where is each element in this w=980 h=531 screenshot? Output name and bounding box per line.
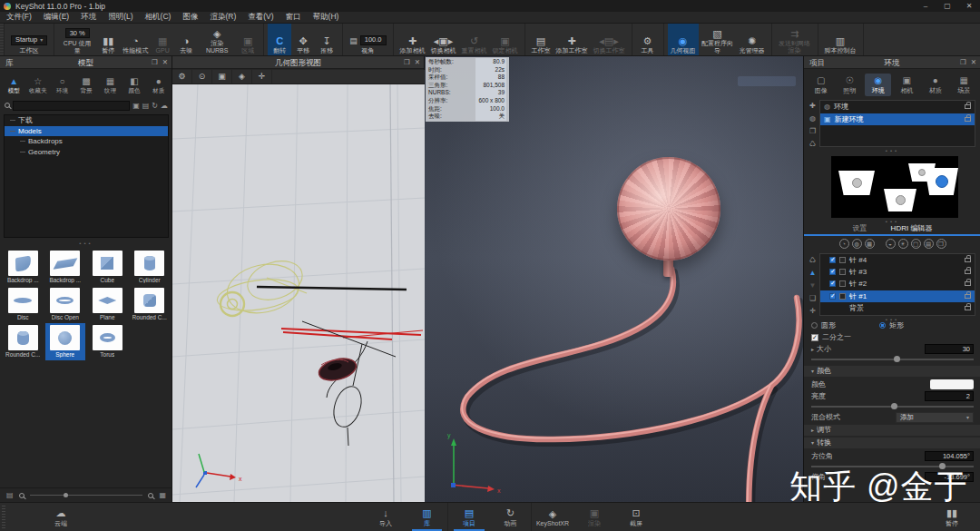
menu-item[interactable]: 文件(F) xyxy=(6,12,32,23)
camera-button[interactable]: ◂▣▸切换相机 xyxy=(428,24,459,55)
size-input[interactable] xyxy=(925,344,974,354)
ribbon-button[interactable]: ↻ 动画 xyxy=(490,503,532,531)
camera-button[interactable]: ✚添加相机 xyxy=(397,24,428,55)
toolbar-button[interactable]: ◈渲染NURBS xyxy=(198,24,236,55)
toolbar-button[interactable]: ▦GPU xyxy=(151,24,174,55)
tree-item[interactable]: Backdrops xyxy=(5,136,168,147)
ribbon-button[interactable]: ◈ KeyShotXR xyxy=(532,503,573,531)
project-tab[interactable]: ▢图像 xyxy=(808,74,834,96)
tree-item[interactable]: Geometry xyxy=(5,147,168,158)
tree-item[interactable]: 下载 xyxy=(5,115,168,126)
camera-nav-button[interactable]: C翻转 xyxy=(268,24,291,55)
toolbar-button[interactable]: ◔性能模式 xyxy=(120,24,151,55)
charger-disc[interactable] xyxy=(617,157,720,261)
ribbon-button[interactable]: ↓ 导入 xyxy=(365,503,407,531)
editor-tab[interactable]: 设置 xyxy=(853,223,867,234)
pin-solo-checkbox[interactable] xyxy=(839,257,846,263)
model-item[interactable]: Disc Open xyxy=(45,286,85,323)
geometry-tool-icon[interactable]: ✛ xyxy=(252,70,272,84)
geometry-viewport[interactable]: x xyxy=(172,84,425,502)
model-item[interactable]: Plane xyxy=(87,286,127,323)
model-item[interactable]: Rounded C... xyxy=(130,286,170,323)
model-item[interactable]: Cylinder xyxy=(130,249,170,286)
window-toggle-button[interactable]: ✺光管理器 xyxy=(737,24,768,55)
library-tab[interactable]: ☆收藏夹 xyxy=(26,75,49,95)
hdri-editor-tool-icon[interactable]: ☀ xyxy=(898,239,908,249)
hdri-editor-tool-icon[interactable]: ◒ xyxy=(886,239,896,249)
transform-section-header[interactable]: ▾ 转换 xyxy=(804,438,980,448)
library-tool-icon[interactable]: ☁ xyxy=(161,102,168,110)
cpu-usage-selector[interactable]: 30 % CPU 使用量 xyxy=(58,24,96,55)
zoom-out-icon[interactable] xyxy=(19,493,24,498)
color-section-header[interactable]: ▾ 颜色 xyxy=(804,366,980,377)
studio-button[interactable]: ◂▤▸切换工作室 xyxy=(591,24,628,55)
slider-thumb[interactable] xyxy=(64,493,68,497)
folder-icon[interactable]: ▤ xyxy=(6,491,14,499)
model-item[interactable]: Backdrop ... xyxy=(45,249,85,286)
window-toggle-button[interactable]: ▧配置程序向导 xyxy=(699,24,737,55)
grid-view-icon[interactable]: ▦ xyxy=(159,491,166,499)
project-tab[interactable]: ●材质 xyxy=(922,74,948,96)
environment-row[interactable]: ◍ 环境 xyxy=(820,101,975,113)
menu-item[interactable]: 查看(V) xyxy=(248,12,273,23)
geometry-tool-icon[interactable]: ⊙ xyxy=(192,70,212,84)
model-item[interactable]: Backdrop ... xyxy=(3,249,43,286)
shape-circle-radio[interactable] xyxy=(811,322,818,329)
zoom-in-icon[interactable] xyxy=(148,493,153,498)
environment-tool-icon[interactable]: ♺ xyxy=(809,140,816,148)
toolbar-button[interactable]: ▣区域 xyxy=(236,24,260,55)
ribbon-button[interactable]: ▣ 渲染 xyxy=(573,503,615,531)
model-item[interactable]: Rounded C... xyxy=(3,323,43,360)
ribbon-button[interactable]: ▤ 项目 xyxy=(448,503,490,531)
adjust-section-header[interactable]: ▸ 调节 xyxy=(804,425,980,436)
pin-visible-checkbox[interactable] xyxy=(829,257,836,263)
project-tab[interactable]: ▦场景 xyxy=(951,74,977,96)
camera-nav-button[interactable]: ✥平移 xyxy=(291,24,315,55)
fov-field[interactable]: ▤100.0 视角 xyxy=(347,24,388,55)
menu-item[interactable]: 渲染(R) xyxy=(210,12,236,23)
toolbar-button[interactable]: ◑去噪 xyxy=(174,24,198,55)
library-tab[interactable]: ▩背景 xyxy=(74,75,97,95)
lock-icon[interactable] xyxy=(965,117,971,122)
geometry-tool-icon[interactable]: ⚙ xyxy=(172,70,192,84)
lock-icon[interactable] xyxy=(965,104,971,109)
geometry-tool-icon[interactable]: ◈ xyxy=(232,70,252,84)
lock-icon[interactable] xyxy=(965,294,971,299)
blend-mode-dropdown[interactable]: 添加 xyxy=(896,412,974,423)
slider-thumb[interactable] xyxy=(891,403,897,409)
azimuth-input[interactable] xyxy=(925,451,974,461)
pin-tool-icon[interactable]: ▲ xyxy=(809,269,817,277)
maximize-button[interactable]: ▢ xyxy=(936,2,958,10)
pin-tool-icon[interactable]: ❏ xyxy=(809,294,816,302)
pin-row[interactable]: 针 #2 xyxy=(820,278,975,290)
geometry-tool-icon[interactable]: ▣ xyxy=(212,70,232,84)
project-tab[interactable]: ◉环境 xyxy=(865,74,891,96)
close-button[interactable]: ✕ xyxy=(958,2,980,10)
pin-row[interactable]: 针 #4 xyxy=(820,254,975,266)
menu-item[interactable]: 相机(C) xyxy=(145,12,172,23)
half-checkbox[interactable] xyxy=(811,334,818,341)
library-tool-icon[interactable]: ▤ xyxy=(142,102,150,110)
ribbon-grip[interactable] xyxy=(2,506,5,528)
project-tab[interactable]: ☉照明 xyxy=(837,74,863,96)
pin-solo-checkbox[interactable] xyxy=(839,280,846,287)
model-item[interactable]: Sphere xyxy=(45,323,85,360)
pin-row[interactable]: 针 #3 xyxy=(820,266,975,278)
brightness-slider[interactable] xyxy=(811,402,974,411)
studio-button[interactable]: ✚添加工作室 xyxy=(554,24,591,55)
network-render-button[interactable]: ⇉发送到网络渲染 xyxy=(776,24,814,55)
hdri-preview[interactable] xyxy=(831,156,958,218)
project-tab[interactable]: ▣相机 xyxy=(894,74,920,96)
model-item[interactable]: Torus xyxy=(87,323,127,360)
shape-rect-radio[interactable] xyxy=(879,322,886,329)
brightness-input[interactable] xyxy=(925,391,974,401)
tools-button[interactable]: ⚙工具 xyxy=(636,24,660,55)
lock-icon[interactable] xyxy=(965,270,971,274)
hdri-editor-tool-icon[interactable]: ▢ xyxy=(911,239,921,249)
hdri-editor-tool-icon[interactable]: ◔ xyxy=(839,239,849,249)
menu-item[interactable]: 编辑(E) xyxy=(44,12,69,23)
render-viewport[interactable]: 每秒帧数: 80.9 时间: 22s 采样值: 88 三角形: 801,508 … xyxy=(425,56,803,502)
color-swatch[interactable] xyxy=(930,379,974,389)
pin-solo-checkbox[interactable] xyxy=(839,293,846,300)
expander-icon[interactable]: ▸ xyxy=(811,346,814,352)
